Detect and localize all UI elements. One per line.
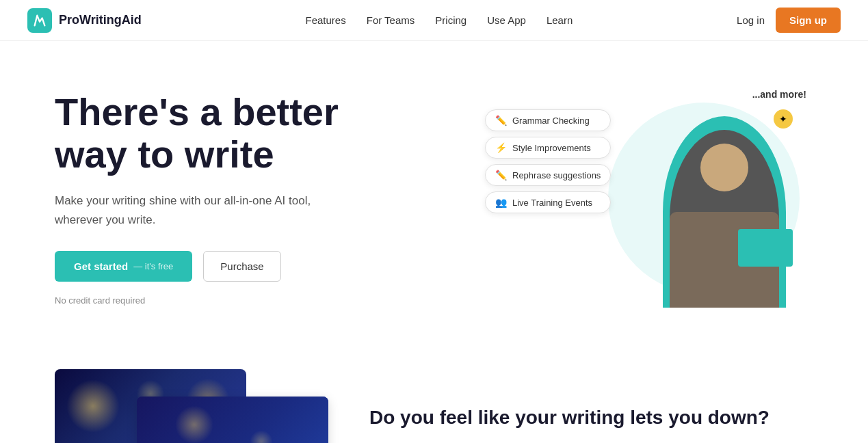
signup-button[interactable]: Sign up (776, 8, 841, 33)
get-started-button[interactable]: Get started — it's free (55, 251, 192, 282)
nav-for-teams[interactable]: For Teams (367, 14, 415, 26)
hero-subtitle: Make your writing shine with our all-in-… (55, 191, 342, 228)
hero-content: There's a better way to write Make your … (55, 91, 342, 306)
login-button[interactable]: Log in (737, 14, 765, 26)
pill-training: 👥 Live Training Events (485, 191, 611, 213)
image-card-front (137, 397, 328, 443)
hero-visual: ...and more! ✏️ Grammar Checking ⚡ Style… (485, 82, 813, 314)
purchase-button[interactable]: Purchase (203, 251, 280, 282)
rephrase-icon: ✏️ (495, 170, 507, 180)
section-two: My idea in my head Do you feel like your… (0, 355, 868, 443)
training-icon: 👥 (495, 197, 507, 208)
logo-icon (27, 8, 52, 33)
starry-night-2-bg (137, 397, 328, 443)
hero-section: There's a better way to write Make your … (0, 41, 868, 355)
nav-learn[interactable]: Learn (547, 14, 573, 26)
hero-buttons: Get started — it's free Purchase (55, 251, 342, 282)
section-two-title: Do you feel like your writing lets you d… (369, 405, 813, 430)
navbar: ProWritingAid Features For Teams Pricing… (0, 0, 868, 41)
person-head (700, 144, 748, 191)
feature-pills: ✏️ Grammar Checking ⚡ Style Improvements… (485, 109, 611, 213)
laptop-shape (738, 229, 793, 267)
logo-text: ProWritingAid (59, 13, 142, 27)
style-icon: ⚡ (495, 142, 507, 153)
nav-use-app[interactable]: Use App (487, 14, 526, 26)
hero-title: There's a better way to write (55, 91, 342, 175)
nav-pricing[interactable]: Pricing (435, 14, 466, 26)
nav-actions: Log in Sign up (737, 8, 841, 33)
sparkle-icon: ✦ (774, 109, 793, 129)
section-two-content: Do you feel like your writing lets you d… (369, 405, 813, 443)
pill-style: ⚡ Style Improvements (485, 137, 611, 159)
logo-link[interactable]: ProWritingAid (27, 8, 142, 33)
grammar-icon: ✏️ (495, 115, 507, 126)
nav-features[interactable]: Features (306, 14, 346, 26)
section-two-visual: My idea in my head (55, 369, 328, 443)
person-silhouette (670, 130, 779, 308)
nav-links: Features For Teams Pricing Use App Learn (306, 14, 573, 27)
pill-grammar: ✏️ Grammar Checking (485, 109, 611, 131)
person-container: ✦ (656, 89, 793, 308)
pill-rephrase: ✏️ Rephrase suggestions (485, 164, 611, 186)
no-credit-text: No credit card required (55, 295, 342, 306)
